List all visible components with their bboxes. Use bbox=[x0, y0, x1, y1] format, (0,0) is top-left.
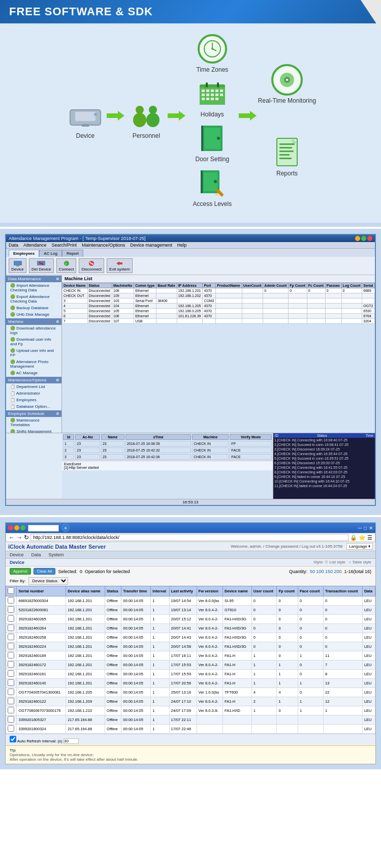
col-status: Status bbox=[87, 283, 112, 288]
nav-back[interactable]: ← bbox=[9, 534, 15, 541]
btn-clear-all[interactable]: Clear All bbox=[34, 568, 56, 575]
device-section-label: Device bbox=[10, 560, 24, 565]
row-checkbox[interactable] bbox=[8, 707, 14, 713]
svg-rect-24 bbox=[215, 94, 218, 96]
btn-append[interactable]: Append bbox=[10, 568, 31, 575]
sidebar-item-dept[interactable]: 📋 Department List bbox=[6, 383, 61, 390]
amp-close[interactable] bbox=[367, 236, 372, 241]
sidebar-item-backup[interactable]: 🟢 Backup Database bbox=[6, 305, 61, 311]
btn-device[interactable]: Device bbox=[9, 258, 26, 273]
row-checkbox[interactable] bbox=[8, 634, 14, 640]
menu-attendance[interactable]: Attendance bbox=[23, 243, 47, 248]
svg-marker-9 bbox=[168, 111, 185, 121]
nav-data[interactable]: Data bbox=[31, 552, 41, 557]
list-item: OGT7040057041300081192.168.1.205Offline0… bbox=[6, 688, 375, 697]
svg-rect-50 bbox=[279, 154, 290, 156]
holidays-icon bbox=[196, 78, 229, 109]
sidebar-section-data[interactable]: Data Maintenance⊗ bbox=[6, 276, 61, 282]
tab-aclog[interactable]: AC Log bbox=[39, 250, 62, 257]
tab-employees[interactable]: Employees bbox=[9, 250, 39, 257]
iclock-footer: Auto Refresh Interval: (s) bbox=[6, 734, 375, 745]
row-checkbox[interactable] bbox=[8, 597, 14, 604]
row-checkbox[interactable] bbox=[8, 716, 14, 723]
btn-disconnect[interactable]: Disconnect bbox=[79, 258, 104, 273]
row-checkbox[interactable] bbox=[8, 615, 14, 622]
sidebar-item-download-logs[interactable]: 🟢 Download attendance logs bbox=[6, 325, 61, 336]
btn-exit[interactable]: Exit system bbox=[107, 258, 133, 273]
filter-label: Filter By: bbox=[10, 579, 26, 583]
sidebar-item-import[interactable]: 🟢 Import Attendance Checking Data bbox=[6, 282, 61, 293]
browser-tab[interactable]: Device ✕ bbox=[28, 525, 59, 531]
menu-device-mgmt[interactable]: Device management bbox=[130, 243, 172, 248]
sidebar-item-photo[interactable]: 🟢 Attendance Photo Management bbox=[6, 358, 61, 370]
row-checkbox[interactable] bbox=[8, 698, 14, 704]
amp-maximize[interactable] bbox=[361, 236, 366, 241]
browser-close[interactable] bbox=[8, 525, 13, 530]
iclock-controls: Append Clear All Selected: 0 Operation f… bbox=[6, 566, 375, 576]
sidebar-item-employees[interactable]: 📋 Employees bbox=[6, 397, 61, 403]
sidebar-item-export[interactable]: 🟢 Export Attendance Checking Data bbox=[6, 293, 61, 305]
language-dropdown[interactable]: Language ▾ bbox=[346, 543, 373, 550]
menu-data[interactable]: Data bbox=[9, 243, 18, 248]
sidebar-item-timetables[interactable]: 🟢 Maintenance Timetables bbox=[6, 417, 61, 428]
timezones-icon bbox=[196, 34, 229, 64]
nav-system[interactable]: System bbox=[49, 552, 64, 557]
sidebar-section-schedule[interactable]: Employee Schedule⊗ bbox=[6, 410, 61, 417]
refresh-interval-input[interactable] bbox=[64, 738, 79, 744]
browser-btn-close[interactable]: ✕ bbox=[369, 525, 373, 531]
browser-btn-min[interactable]: ─ bbox=[358, 525, 362, 531]
log-col-status: Status bbox=[317, 434, 327, 437]
menu-help[interactable]: Help bbox=[177, 243, 187, 248]
svg-rect-26 bbox=[202, 98, 205, 100]
sidebar-item-ac[interactable]: 🟢 AC Manage bbox=[6, 370, 61, 376]
nav-refresh[interactable]: ↻ bbox=[24, 534, 29, 541]
sidebar-section-maintenance[interactable]: Maintenance/Options⊗ bbox=[6, 377, 61, 383]
menu-search[interactable]: Search/Print bbox=[52, 243, 77, 248]
svg-rect-23 bbox=[211, 94, 214, 96]
nav-device[interactable]: Device bbox=[10, 552, 24, 557]
row-checkbox[interactable] bbox=[8, 689, 14, 695]
browser-minimize[interactable] bbox=[14, 525, 19, 530]
amp-tab-strip: Employees AC Log Report bbox=[6, 249, 375, 257]
address-input[interactable] bbox=[30, 534, 348, 541]
operation-label: Operation for selected bbox=[85, 569, 130, 574]
row-checkbox[interactable] bbox=[8, 624, 14, 631]
sidebar-item-admin[interactable]: 📋 Administrator bbox=[6, 390, 61, 397]
btn-del-device[interactable]: Del Device bbox=[29, 258, 54, 273]
amp-minimize[interactable] bbox=[355, 236, 360, 241]
sidebar-item-db[interactable]: 📋 Database Option... bbox=[6, 403, 61, 410]
col-machine: Machine bbox=[192, 434, 229, 440]
row-checkbox[interactable] bbox=[8, 661, 14, 668]
svg-rect-2 bbox=[82, 124, 89, 127]
machine-table: Device Name Status MachineNo Comm type B… bbox=[62, 283, 375, 324]
col-data: Data bbox=[362, 586, 375, 596]
new-tab-btn[interactable]: + bbox=[61, 524, 70, 532]
sidebar-item-shifts[interactable]: 🟢 Shifts Management bbox=[6, 428, 61, 433]
col-device-name: Device Name bbox=[62, 283, 88, 288]
browser-btn-max[interactable]: □ bbox=[364, 525, 367, 531]
btn-connect[interactable]: ✓ Connect bbox=[56, 258, 77, 273]
row-checkbox[interactable] bbox=[8, 652, 14, 659]
personnel-icon bbox=[129, 102, 164, 130]
auto-refresh-checkbox[interactable] bbox=[10, 736, 16, 742]
row-checkbox[interactable] bbox=[8, 643, 14, 649]
select-all-checkbox[interactable] bbox=[8, 587, 14, 594]
log-col-id: ID bbox=[275, 434, 278, 437]
realtime-label: Real-Time Monitoring bbox=[258, 97, 316, 104]
sidebar-section-machine[interactable]: Machine⊗ bbox=[6, 318, 61, 325]
amp-log-body: 1.[CHECK IN] Connecting with 16:08:40 07… bbox=[273, 438, 375, 488]
row-checkbox[interactable] bbox=[8, 670, 14, 677]
filter-select[interactable]: Device Status bbox=[28, 577, 68, 585]
menu-maintenance[interactable]: Maintenance/Options bbox=[82, 243, 125, 248]
sidebar-item-download-user[interactable]: 🟢 Download user info and Fp bbox=[6, 336, 61, 347]
row-checkbox[interactable] bbox=[8, 725, 14, 732]
iclock-filter: Filter By: Device Status bbox=[6, 576, 375, 586]
nav-forward[interactable]: → bbox=[16, 534, 22, 541]
sidebar-item-uhb[interactable]: 🟢 UHb Disk Manage bbox=[6, 311, 61, 318]
row-checkbox[interactable] bbox=[8, 679, 14, 686]
tab-report[interactable]: Report bbox=[62, 250, 83, 257]
browser-tab-close[interactable]: ✕ bbox=[50, 526, 54, 531]
browser-maximize[interactable] bbox=[20, 525, 25, 530]
row-checkbox[interactable] bbox=[8, 606, 14, 613]
sidebar-item-upload-user[interactable]: 🟢 Upload user info and FP bbox=[6, 347, 61, 358]
